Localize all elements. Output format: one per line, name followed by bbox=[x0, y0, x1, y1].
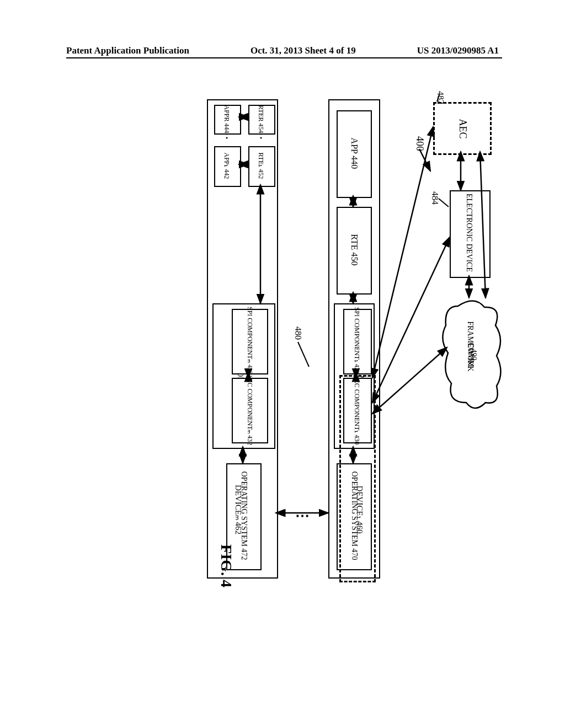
aec-482-box: AEC bbox=[433, 102, 492, 155]
deviceM-rteR: RTER 454 bbox=[248, 105, 275, 135]
patent-page: Patent Application Publication Oct. 31, … bbox=[0, 0, 565, 728]
device1-rte: RTE 450 bbox=[337, 207, 372, 295]
dashed-envelope-480 bbox=[339, 375, 376, 582]
ref-482: 482 bbox=[435, 87, 445, 109]
deviceM-appR: APPR 444 bbox=[214, 105, 241, 135]
header-right: US 2013/0290985 A1 bbox=[417, 45, 499, 56]
svg-line-1 bbox=[298, 342, 309, 367]
device1-rte-label: RTE 450 bbox=[349, 207, 359, 293]
deviceM-spi: SPI COMPONENTₘ 422 bbox=[232, 309, 268, 374]
deviceM-rte1: RTE₁ 452 bbox=[248, 146, 275, 187]
svg-line-18 bbox=[372, 237, 450, 403]
devices-ellipsis: ⋯ bbox=[295, 507, 308, 524]
header-center: Oct. 31, 2013 Sheet 4 of 19 bbox=[250, 45, 356, 56]
deviceM-rteR-label: RTER 454 bbox=[257, 105, 265, 133]
electronic-device-box: ELECTRONIC DEVICE bbox=[450, 190, 491, 278]
deviceM-app1: APP₁ 442 bbox=[214, 146, 241, 187]
arrow-400 bbox=[66, 83, 502, 579]
svg-line-15 bbox=[372, 127, 433, 378]
lead-480 bbox=[66, 83, 502, 579]
device1-app-label: APP 440 bbox=[349, 111, 359, 196]
svg-line-3 bbox=[439, 199, 449, 207]
figure-diagram: 400 APP 440 RTE 450 AEE COMPONENT₁ 410 bbox=[66, 83, 502, 579]
deviceM-app1-label: APP₁ 442 bbox=[222, 147, 231, 185]
header-rule bbox=[66, 57, 502, 58]
lead-482 bbox=[66, 83, 502, 579]
deviceM-aec-label: AEC COMPONENTₘ 432 bbox=[246, 374, 254, 446]
deviceM-aec: AEC COMPONENTₘ 432 bbox=[232, 378, 268, 443]
deviceM-appR-label: APPR 444 bbox=[222, 105, 231, 133]
ref-480: 480 bbox=[293, 322, 303, 344]
aec-482-label: AEC bbox=[457, 104, 468, 154]
svg-line-19 bbox=[372, 347, 447, 414]
header-left: Patent Application Publication bbox=[66, 45, 189, 56]
deviceM-spi-label: SPI COMPONENTₘ 422 bbox=[246, 305, 254, 377]
device1-spi: SPI COMPONENT₁ 420 bbox=[343, 309, 372, 374]
device1-spi-label: SPI COMPONENT₁ 420 bbox=[353, 305, 361, 377]
electronic-device-label: ELECTRONIC DEVICE bbox=[465, 190, 473, 276]
comm-framework-l3: 490 bbox=[469, 344, 478, 366]
figure-caption: FIG. 4 bbox=[217, 533, 235, 599]
page-header: Patent Application Publication Oct. 31, … bbox=[0, 45, 565, 56]
deviceM-rte1-label: RTE₁ 452 bbox=[257, 147, 265, 185]
lead-484 bbox=[66, 83, 502, 579]
device1-app: APP 440 bbox=[337, 110, 372, 198]
ref-400: 400 bbox=[414, 133, 425, 155]
ref-484: 484 bbox=[430, 187, 440, 209]
diagram-arrows bbox=[66, 83, 502, 579]
